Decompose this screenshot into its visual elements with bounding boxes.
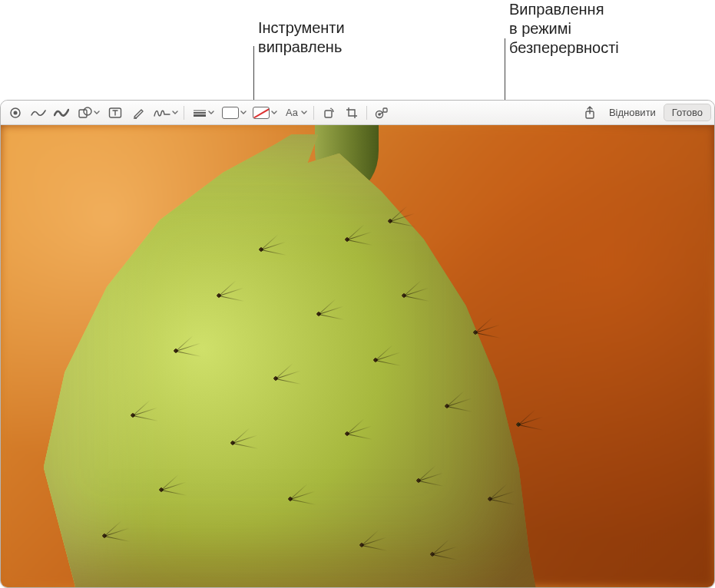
shapes-button[interactable] xyxy=(73,103,104,123)
svg-point-3 xyxy=(84,107,91,115)
fill-color-icon xyxy=(253,107,270,119)
annotate-continuity-icon xyxy=(375,107,389,119)
markup-toggle-icon xyxy=(9,107,22,119)
shape-style-button[interactable] xyxy=(187,103,218,123)
image-canvas[interactable] xyxy=(1,125,714,587)
shape-style-icon xyxy=(193,108,207,117)
svg-rect-2 xyxy=(79,110,87,117)
callout-line xyxy=(253,46,254,103)
callout-line xyxy=(505,38,505,106)
done-button[interactable]: Готово xyxy=(664,104,711,121)
text-style-icon: Aa xyxy=(284,107,300,118)
text-icon xyxy=(108,107,122,119)
toolbar-separator xyxy=(366,106,367,120)
rotate-button[interactable] xyxy=(317,103,340,123)
revert-button[interactable]: Відновити xyxy=(601,104,664,121)
markup-toggle-button[interactable] xyxy=(4,103,27,123)
text-style-button[interactable]: Aa xyxy=(280,103,310,123)
sketch-icon xyxy=(31,107,46,118)
chevron-down-icon xyxy=(301,111,307,115)
sign-button[interactable] xyxy=(150,103,180,123)
toolbar-separator xyxy=(313,106,314,120)
chevron-down-icon xyxy=(94,111,100,115)
sketch-button[interactable] xyxy=(27,103,50,123)
markup-toolbar: Aa xyxy=(1,101,714,125)
svg-rect-11 xyxy=(383,108,387,112)
shapes-icon xyxy=(78,107,92,119)
highlight-icon xyxy=(132,107,144,119)
highlight-button[interactable] xyxy=(127,103,150,123)
chevron-down-icon xyxy=(208,111,214,115)
svg-point-1 xyxy=(14,111,18,114)
text-button[interactable] xyxy=(104,103,127,123)
share-icon xyxy=(584,106,595,120)
callouts-area: Інструменти виправлень Виправлення в реж… xyxy=(0,0,715,100)
markup-window: Aa xyxy=(0,100,715,588)
share-button[interactable] xyxy=(578,103,601,123)
border-color-icon xyxy=(222,107,239,119)
border-color-button[interactable] xyxy=(218,103,249,123)
sign-icon xyxy=(154,107,170,118)
chevron-down-icon xyxy=(240,111,247,115)
chevron-down-icon xyxy=(271,111,277,115)
fill-color-button[interactable] xyxy=(249,103,280,123)
annotate-continuity-button[interactable] xyxy=(370,103,393,123)
toolbar-separator xyxy=(184,106,184,120)
draw-button[interactable] xyxy=(50,103,73,123)
svg-rect-8 xyxy=(325,111,332,117)
rotate-icon xyxy=(323,107,335,119)
crop-button[interactable] xyxy=(340,103,363,123)
crop-icon xyxy=(346,107,358,119)
draw-icon xyxy=(54,107,69,118)
callout-markup-tools: Інструменти виправлень xyxy=(258,18,345,57)
callout-continuity: Виправлення в режимі безперервності xyxy=(509,0,619,58)
chevron-down-icon xyxy=(172,111,178,115)
